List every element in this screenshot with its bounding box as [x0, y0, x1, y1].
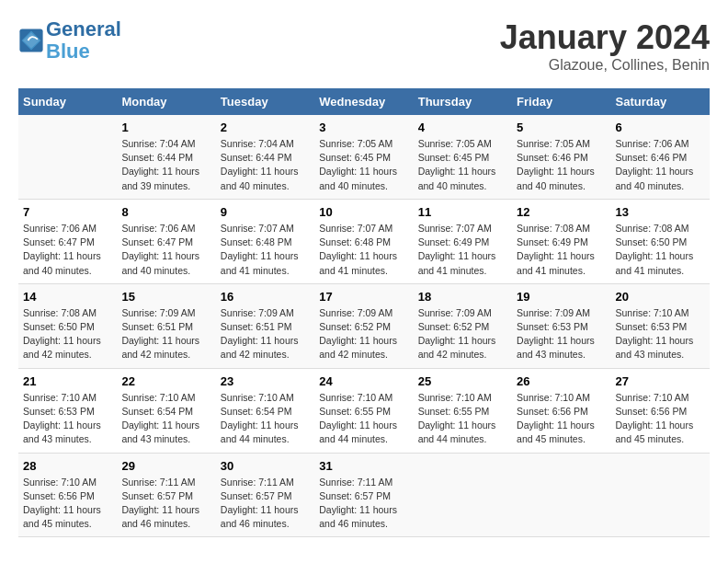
calendar-cell — [512, 453, 610, 537]
calendar-cell — [611, 453, 710, 537]
day-number: 8 — [121, 205, 210, 219]
day-number: 21 — [23, 374, 112, 388]
calendar-cell: 25Sunrise: 7:10 AM Sunset: 6:55 PM Dayli… — [414, 368, 512, 453]
day-detail: Sunrise: 7:06 AM Sunset: 6:47 PM Dayligh… — [121, 222, 210, 278]
day-number: 23 — [221, 374, 310, 388]
page-header: GeneralBlue January 2024 Glazoue, Collin… — [18, 18, 710, 74]
calendar-cell: 1Sunrise: 7:04 AM Sunset: 6:44 PM Daylig… — [117, 115, 215, 199]
day-detail: Sunrise: 7:11 AM Sunset: 6:57 PM Dayligh… — [319, 476, 408, 532]
day-detail: Sunrise: 7:10 AM Sunset: 6:53 PM Dayligh… — [23, 391, 112, 447]
calendar-cell: 24Sunrise: 7:10 AM Sunset: 6:55 PM Dayli… — [314, 368, 413, 453]
day-detail: Sunrise: 7:05 AM Sunset: 6:46 PM Dayligh… — [517, 137, 606, 193]
calendar-cell: 13Sunrise: 7:08 AM Sunset: 6:50 PM Dayli… — [611, 199, 710, 283]
day-detail: Sunrise: 7:07 AM Sunset: 6:48 PM Dayligh… — [221, 222, 310, 278]
day-detail: Sunrise: 7:10 AM Sunset: 6:55 PM Dayligh… — [418, 391, 507, 447]
day-number: 22 — [121, 374, 210, 388]
day-detail: Sunrise: 7:05 AM Sunset: 6:45 PM Dayligh… — [319, 137, 408, 193]
day-detail: Sunrise: 7:11 AM Sunset: 6:57 PM Dayligh… — [221, 476, 310, 532]
day-detail: Sunrise: 7:10 AM Sunset: 6:53 PM Dayligh… — [616, 306, 705, 362]
column-header-sunday: Sunday — [18, 88, 117, 115]
day-detail: Sunrise: 7:07 AM Sunset: 6:48 PM Dayligh… — [319, 222, 408, 278]
day-detail: Sunrise: 7:09 AM Sunset: 6:51 PM Dayligh… — [121, 306, 210, 362]
calendar-cell — [414, 453, 512, 537]
week-row-3: 14Sunrise: 7:08 AM Sunset: 6:50 PM Dayli… — [18, 283, 710, 368]
day-number: 9 — [221, 205, 310, 219]
column-headers: SundayMondayTuesdayWednesdayThursdayFrid… — [18, 88, 710, 115]
day-number: 24 — [319, 374, 408, 388]
day-number: 15 — [121, 290, 210, 304]
calendar-cell: 16Sunrise: 7:09 AM Sunset: 6:51 PM Dayli… — [216, 283, 314, 368]
day-detail: Sunrise: 7:06 AM Sunset: 6:47 PM Dayligh… — [23, 222, 112, 278]
calendar-cell: 11Sunrise: 7:07 AM Sunset: 6:49 PM Dayli… — [414, 199, 512, 283]
calendar-cell: 29Sunrise: 7:11 AM Sunset: 6:57 PM Dayli… — [117, 453, 215, 537]
day-number: 30 — [221, 459, 310, 473]
logo: GeneralBlue — [18, 18, 121, 63]
day-detail: Sunrise: 7:10 AM Sunset: 6:54 PM Dayligh… — [121, 391, 210, 447]
calendar-cell: 19Sunrise: 7:09 AM Sunset: 6:53 PM Dayli… — [512, 283, 610, 368]
day-number: 18 — [418, 290, 507, 304]
calendar-cell: 20Sunrise: 7:10 AM Sunset: 6:53 PM Dayli… — [611, 283, 710, 368]
day-detail: Sunrise: 7:04 AM Sunset: 6:44 PM Dayligh… — [221, 137, 310, 193]
calendar-cell: 18Sunrise: 7:09 AM Sunset: 6:52 PM Dayli… — [414, 283, 512, 368]
calendar-cell: 15Sunrise: 7:09 AM Sunset: 6:51 PM Dayli… — [117, 283, 215, 368]
calendar-cell: 7Sunrise: 7:06 AM Sunset: 6:47 PM Daylig… — [18, 199, 117, 283]
calendar-cell: 23Sunrise: 7:10 AM Sunset: 6:54 PM Dayli… — [216, 368, 314, 453]
day-detail: Sunrise: 7:09 AM Sunset: 6:53 PM Dayligh… — [517, 306, 606, 362]
day-number: 25 — [418, 374, 507, 388]
day-detail: Sunrise: 7:08 AM Sunset: 6:49 PM Dayligh… — [517, 222, 606, 278]
day-number: 5 — [517, 121, 606, 134]
week-row-1: 1Sunrise: 7:04 AM Sunset: 6:44 PM Daylig… — [18, 115, 710, 199]
day-number: 19 — [517, 290, 606, 304]
day-number: 13 — [616, 205, 705, 219]
column-header-tuesday: Tuesday — [216, 88, 314, 115]
day-detail: Sunrise: 7:07 AM Sunset: 6:49 PM Dayligh… — [418, 222, 507, 278]
day-number: 31 — [319, 459, 408, 473]
calendar-table: SundayMondayTuesdayWednesdayThursdayFrid… — [18, 88, 710, 537]
calendar-cell: 27Sunrise: 7:10 AM Sunset: 6:56 PM Dayli… — [611, 368, 710, 453]
day-number: 17 — [319, 290, 408, 304]
day-detail: Sunrise: 7:10 AM Sunset: 6:54 PM Dayligh… — [221, 391, 310, 447]
calendar-cell: 26Sunrise: 7:10 AM Sunset: 6:56 PM Dayli… — [512, 368, 610, 453]
title-block: January 2024 Glazoue, Collines, Benin — [500, 18, 710, 74]
day-detail: Sunrise: 7:05 AM Sunset: 6:45 PM Dayligh… — [418, 137, 507, 193]
day-number: 16 — [221, 290, 310, 304]
calendar-cell — [18, 115, 117, 199]
day-number: 6 — [616, 121, 705, 134]
calendar-cell: 30Sunrise: 7:11 AM Sunset: 6:57 PM Dayli… — [216, 453, 314, 537]
day-number: 3 — [319, 121, 408, 134]
week-row-5: 28Sunrise: 7:10 AM Sunset: 6:56 PM Dayli… — [18, 453, 710, 537]
calendar-cell: 5Sunrise: 7:05 AM Sunset: 6:46 PM Daylig… — [512, 115, 610, 199]
day-number: 12 — [517, 205, 606, 219]
column-header-friday: Friday — [512, 88, 610, 115]
calendar-cell: 9Sunrise: 7:07 AM Sunset: 6:48 PM Daylig… — [216, 199, 314, 283]
logo-icon — [18, 28, 44, 53]
day-detail: Sunrise: 7:11 AM Sunset: 6:57 PM Dayligh… — [121, 476, 210, 532]
day-detail: Sunrise: 7:09 AM Sunset: 6:51 PM Dayligh… — [221, 306, 310, 362]
column-header-saturday: Saturday — [611, 88, 710, 115]
column-header-wednesday: Wednesday — [314, 88, 413, 115]
calendar-cell: 10Sunrise: 7:07 AM Sunset: 6:48 PM Dayli… — [314, 199, 413, 283]
calendar-cell: 4Sunrise: 7:05 AM Sunset: 6:45 PM Daylig… — [414, 115, 512, 199]
day-number: 10 — [319, 205, 408, 219]
calendar-cell: 14Sunrise: 7:08 AM Sunset: 6:50 PM Dayli… — [18, 283, 117, 368]
calendar-cell: 12Sunrise: 7:08 AM Sunset: 6:49 PM Dayli… — [512, 199, 610, 283]
day-detail: Sunrise: 7:10 AM Sunset: 6:56 PM Dayligh… — [616, 391, 705, 447]
day-number: 11 — [418, 205, 507, 219]
calendar-cell: 6Sunrise: 7:06 AM Sunset: 6:46 PM Daylig… — [611, 115, 710, 199]
day-detail: Sunrise: 7:08 AM Sunset: 6:50 PM Dayligh… — [616, 222, 705, 278]
day-detail: Sunrise: 7:09 AM Sunset: 6:52 PM Dayligh… — [418, 306, 507, 362]
calendar-cell: 8Sunrise: 7:06 AM Sunset: 6:47 PM Daylig… — [117, 199, 215, 283]
day-detail: Sunrise: 7:06 AM Sunset: 6:46 PM Dayligh… — [616, 137, 705, 193]
day-number: 7 — [23, 205, 112, 219]
calendar-subtitle: Glazoue, Collines, Benin — [500, 57, 710, 74]
day-detail: Sunrise: 7:10 AM Sunset: 6:56 PM Dayligh… — [517, 391, 606, 447]
calendar-cell: 22Sunrise: 7:10 AM Sunset: 6:54 PM Dayli… — [117, 368, 215, 453]
day-detail: Sunrise: 7:10 AM Sunset: 6:55 PM Dayligh… — [319, 391, 408, 447]
day-detail: Sunrise: 7:08 AM Sunset: 6:50 PM Dayligh… — [23, 306, 112, 362]
day-number: 4 — [418, 121, 507, 134]
logo-text: GeneralBlue — [46, 18, 121, 63]
calendar-cell: 2Sunrise: 7:04 AM Sunset: 6:44 PM Daylig… — [216, 115, 314, 199]
calendar-cell: 3Sunrise: 7:05 AM Sunset: 6:45 PM Daylig… — [314, 115, 413, 199]
day-number: 1 — [121, 121, 210, 134]
column-header-thursday: Thursday — [414, 88, 512, 115]
